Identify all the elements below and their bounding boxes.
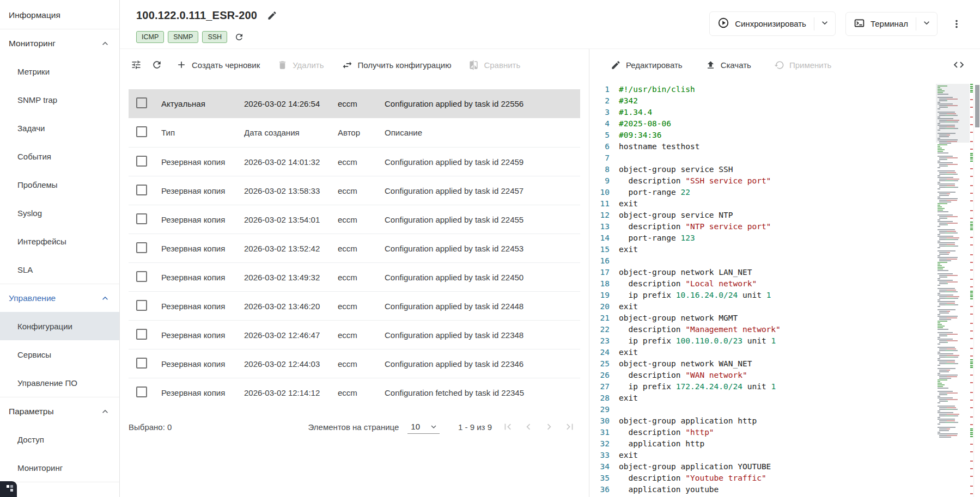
ruler-mark bbox=[970, 294, 973, 296]
sidebar-item-monitoring[interactable]: Мониторинг bbox=[0, 29, 119, 57]
minimap-line bbox=[938, 193, 969, 194]
minimap-line bbox=[938, 134, 969, 136]
code-viewer[interactable]: 1#!/usr/bin/clish2#3423#1.34.44#2025-08-… bbox=[589, 81, 980, 497]
ruler-mark bbox=[970, 91, 973, 93]
minimap-line bbox=[938, 281, 969, 283]
minimap-line bbox=[938, 131, 969, 132]
current-config-row[interactable]: Актуальная 2026-03-02 14:26:54 eccm Conf… bbox=[129, 89, 580, 118]
config-row[interactable]: Резервная копия2026-03-02 12:46:47eccmCo… bbox=[129, 320, 580, 349]
code-line: 11exit bbox=[589, 198, 936, 210]
sidebar-item-sla[interactable]: SLA bbox=[0, 255, 119, 284]
sidebar-item-access[interactable]: Доступ bbox=[0, 425, 119, 453]
row-checkbox[interactable] bbox=[136, 242, 147, 253]
prev-page-button[interactable] bbox=[520, 419, 537, 435]
edit-title-button[interactable] bbox=[264, 7, 281, 24]
create-draft-button[interactable]: Создать черновик bbox=[169, 55, 267, 75]
compare-button[interactable]: Сравнить bbox=[461, 56, 527, 75]
sidebar-item-software[interactable]: Управление ПО bbox=[0, 369, 119, 397]
delete-button[interactable]: Удалить bbox=[270, 56, 331, 75]
get-config-button[interactable]: Получить конфигурацию bbox=[334, 55, 459, 75]
per-page-control: Элементов на странице 10 bbox=[308, 420, 440, 434]
minimap-line bbox=[938, 384, 969, 385]
minimap-line bbox=[938, 378, 969, 379]
sidebar-item-problems[interactable]: Проблемы bbox=[0, 170, 119, 199]
refresh-table-button[interactable] bbox=[148, 56, 166, 73]
row-checkbox[interactable] bbox=[136, 358, 147, 369]
line-number: 8 bbox=[589, 164, 619, 175]
row-checkbox-cell bbox=[129, 271, 161, 284]
config-row[interactable]: Резервная копия2026-03-02 13:49:32eccmCo… bbox=[129, 262, 580, 291]
more-menu-button[interactable] bbox=[947, 15, 966, 33]
minimap[interactable] bbox=[936, 84, 970, 497]
sidebar-item-syslog[interactable]: Syslog bbox=[0, 199, 119, 227]
sidebar-item-management[interactable]: Управление bbox=[0, 284, 119, 312]
minimap-line bbox=[938, 172, 969, 173]
code-text: #!/usr/bin/clish bbox=[619, 84, 695, 95]
code-text: object-group service SSH bbox=[619, 164, 733, 175]
config-row[interactable]: Резервная копия2026-03-02 12:44:03eccmCo… bbox=[129, 349, 580, 378]
config-row[interactable]: Резервная копия2026-03-02 13:54:01eccmCo… bbox=[129, 205, 580, 234]
corner-widget[interactable] bbox=[0, 481, 17, 497]
sidebar-item-monitoring-params[interactable]: Мониторинг bbox=[0, 453, 119, 482]
sidebar-item-metrics[interactable]: Метрики bbox=[0, 57, 119, 85]
scrollbar-thumb[interactable] bbox=[975, 85, 979, 127]
row-checkbox[interactable] bbox=[136, 386, 147, 397]
code-view-button[interactable] bbox=[949, 56, 968, 74]
editor-scrollbar[interactable] bbox=[973, 84, 980, 497]
sidebar-item-tasks[interactable]: Задачи bbox=[0, 114, 119, 142]
terminal-button[interactable]: Терминал bbox=[846, 13, 916, 35]
ruler-mark bbox=[970, 291, 973, 292]
config-row[interactable]: Резервная копия2026-03-02 13:52:42eccmCo… bbox=[129, 234, 580, 262]
code-brackets-icon bbox=[953, 59, 965, 71]
minimap-line bbox=[938, 316, 969, 317]
apply-config-button[interactable]: Применить bbox=[767, 56, 839, 75]
sidebar-item-snmp-trap[interactable]: SNMP trap bbox=[0, 85, 119, 114]
minimap-line bbox=[938, 360, 969, 361]
chevron-down-icon bbox=[429, 422, 439, 432]
row-checkbox[interactable] bbox=[136, 185, 147, 195]
edit-config-button[interactable]: Редактировать bbox=[604, 56, 690, 75]
sidebar-item-services[interactable]: Сервисы bbox=[0, 340, 119, 369]
sidebar-item-events[interactable]: События bbox=[0, 142, 119, 170]
page-title: 100.122.0.111_ESR-200 bbox=[136, 9, 257, 22]
config-row[interactable]: Резервная копия2026-03-02 13:58:33eccmCo… bbox=[129, 176, 580, 205]
first-page-button[interactable] bbox=[500, 419, 516, 435]
row-checkbox[interactable] bbox=[136, 97, 147, 108]
sidebar-item-parameters[interactable]: Параметры bbox=[0, 397, 119, 425]
line-number: 28 bbox=[589, 392, 619, 404]
select-all-checkbox[interactable] bbox=[136, 126, 147, 137]
config-row[interactable]: Резервная копия2026-03-02 13:46:20eccmCo… bbox=[129, 291, 580, 320]
sidebar-item-interfaces[interactable]: Интерфейсы bbox=[0, 227, 119, 255]
filter-button[interactable] bbox=[127, 56, 145, 73]
last-page-button[interactable] bbox=[562, 419, 578, 435]
row-checkbox[interactable] bbox=[136, 156, 147, 167]
ruler-mark bbox=[970, 323, 973, 324]
row-checkbox[interactable] bbox=[136, 271, 147, 282]
compare-label: Сравнить bbox=[484, 60, 520, 70]
per-page-select[interactable]: 10 bbox=[407, 420, 440, 434]
next-page-button[interactable] bbox=[541, 419, 557, 435]
minimap-line bbox=[938, 231, 969, 232]
code-text: ip prefix 10.16.24.0/24 unit 1 bbox=[619, 290, 771, 301]
row-checkbox[interactable] bbox=[136, 300, 147, 311]
ruler-mark bbox=[970, 493, 973, 494]
download-config-button[interactable]: Скачать bbox=[698, 56, 758, 75]
sidebar-item-configurations[interactable]: Конфигурации bbox=[0, 312, 119, 340]
sidebar-item-label: Управление ПО bbox=[17, 378, 77, 388]
config-row[interactable]: Резервная копия2026-03-02 14:01:32eccmCo… bbox=[129, 147, 580, 176]
sync-dropdown-button[interactable] bbox=[814, 13, 835, 34]
minimap-line bbox=[938, 149, 969, 150]
minimap-line bbox=[938, 268, 969, 269]
row-checkbox[interactable] bbox=[136, 329, 147, 340]
line-number: 36 bbox=[589, 484, 619, 495]
ruler-mark bbox=[970, 141, 973, 142]
sidebar-item-information[interactable]: Информация bbox=[0, 1, 119, 29]
minimap-line bbox=[938, 358, 969, 359]
sync-button[interactable]: Синхронизировать bbox=[710, 12, 814, 35]
row-checkbox[interactable] bbox=[136, 213, 147, 224]
terminal-dropdown-button[interactable] bbox=[916, 13, 937, 34]
editor-toolbar: Редактировать Скачать Применить bbox=[589, 49, 980, 81]
minimap-line bbox=[938, 425, 969, 426]
config-row[interactable]: Резервная копия2026-03-02 12:14:12eccmCo… bbox=[129, 378, 580, 407]
recheck-availability-button[interactable] bbox=[231, 29, 247, 45]
